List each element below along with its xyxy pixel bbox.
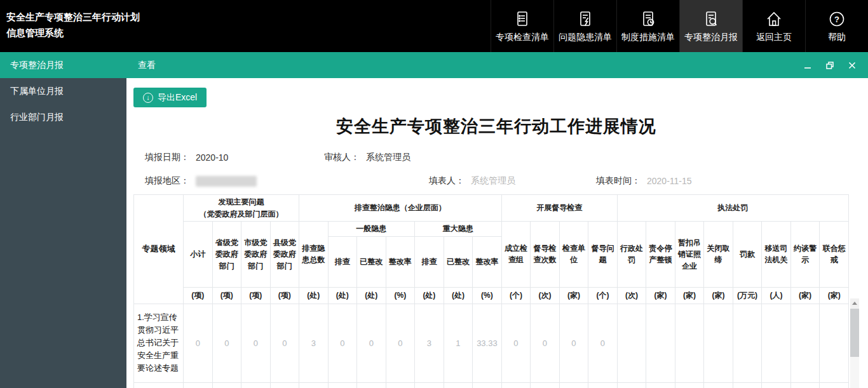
column-header: 执法处罚 <box>617 195 848 222</box>
nav-item-hazard-list[interactable]: 问题隐患清单 <box>553 0 616 52</box>
data-cell: 0 <box>531 304 560 382</box>
sidebar-item-label: 下属单位月报 <box>10 86 64 96</box>
nav-item-help[interactable]: ? 帮助 <box>805 0 868 52</box>
window-title-bar: 查看 <box>126 52 868 78</box>
data-cell <box>762 382 791 388</box>
data-cell <box>704 304 733 382</box>
column-header: 已整改 <box>357 236 386 287</box>
download-icon: ↓ <box>143 93 153 103</box>
data-cell: 0 <box>559 304 588 382</box>
unit-header: (处) <box>357 287 386 304</box>
meta-row-2: 填报地区： 填表人： 系统管理员 填表时间： 2020-11-15 <box>133 175 859 187</box>
svg-text:?: ? <box>834 14 839 23</box>
data-cell <box>704 382 733 388</box>
unit-header: (家) <box>559 287 588 304</box>
sidebar-item-industry-departments[interactable]: 行业部门月报 <box>0 104 126 130</box>
sidebar-item-label: 行业部门月报 <box>10 112 64 122</box>
column-header: 发现主要问题 （党委政府及部门层面） <box>184 195 299 222</box>
column-header: 已整改 <box>444 236 473 287</box>
column-header: 一般隐患 <box>328 222 415 237</box>
measure-doc-icon <box>639 10 658 29</box>
data-cell <box>241 382 271 388</box>
nav-label: 专项整治月报 <box>684 32 738 43</box>
data-cell <box>617 304 646 382</box>
nav-item-inspection-list[interactable]: 专项检查清单 <box>491 0 553 52</box>
column-header: 关闭取缔 <box>704 222 733 288</box>
data-cell <box>820 382 849 388</box>
data-cell <box>646 382 675 388</box>
column-header: 专题领域 <box>134 195 184 304</box>
nav-label: 帮助 <box>828 32 846 43</box>
fill-time-field: 填表时间： 2020-11-15 <box>596 175 692 187</box>
reviewer-field: 审核人： 系统管理员 <box>324 152 410 163</box>
fill-time-label: 填表时间： <box>596 175 641 187</box>
sidebar-item-subordinate-units[interactable]: 下属单位月报 <box>0 78 126 104</box>
column-header: 督导问题 <box>588 222 618 288</box>
unit-header: (家) <box>790 287 820 304</box>
unit-header: (项) <box>184 287 213 304</box>
unit-header: (次) <box>617 287 646 304</box>
home-icon <box>764 10 783 29</box>
unit-header: (处) <box>299 287 329 304</box>
data-cell <box>559 382 588 388</box>
column-header: 暂扣吊销证照企业 <box>675 222 704 288</box>
report-table-area: 专题领域发现主要问题 （党委政府及部门层面）排查整治隐患（企业层面）开展督导检查… <box>133 194 859 388</box>
unit-header: (家) <box>675 287 704 304</box>
fill-time-value: 2020-11-15 <box>647 176 692 186</box>
unit-header: (项) <box>241 287 271 304</box>
table-row: 1.学习宣传贯彻习近平总书记关于安全生产重要论述专题000030003133.3… <box>134 304 849 382</box>
report-panel: ↓ 导出Excel 安全生产专项整治三年行动工作进展情况 填报日期： 2020-… <box>126 78 868 388</box>
close-icon[interactable] <box>848 61 857 70</box>
data-cell <box>184 382 213 388</box>
column-header: 排查整治隐患（企业层面） <box>299 195 502 222</box>
report-title: 安全生产专项整治三年行动工作进展情况 <box>133 115 859 138</box>
main-area: 专项整治月报 下属单位月报 行业部门月报 查看 <box>0 52 868 388</box>
nav-item-monthly-report[interactable]: 专项整治月报 <box>679 0 742 52</box>
data-cell: 0 <box>241 304 271 382</box>
data-cell <box>646 304 675 382</box>
export-excel-button[interactable]: ↓ 导出Excel <box>133 88 207 107</box>
column-header: 排查 <box>415 236 444 287</box>
nav-item-home[interactable]: 返回主页 <box>742 0 805 52</box>
data-cell: 0 <box>328 304 357 382</box>
data-cell <box>473 382 502 388</box>
unit-header: (%) <box>386 287 415 304</box>
data-cell <box>386 382 415 388</box>
content-area: 查看 ↓ 导出Excel <box>126 52 868 388</box>
column-header: 行政处罚 <box>617 222 646 288</box>
filler-value: 系统管理员 <box>471 175 515 187</box>
region-label: 填报地区： <box>145 175 189 187</box>
unit-header: (项) <box>270 287 299 304</box>
scrollbar-thumb[interactable] <box>850 309 859 357</box>
window-controls <box>803 61 857 70</box>
region-value-redacted <box>196 176 257 187</box>
unit-header: (处) <box>415 287 444 304</box>
report-table-body: 1.学习宣传贯彻习近平总书记关于安全生产重要论述专题000030003133.3… <box>134 304 849 388</box>
data-cell <box>790 304 820 382</box>
top-bar: 安全生产专项整治三年行动计划 信息管理系统 专项检查清单 问题隐患清单 <box>0 0 868 52</box>
nav-item-measure-list[interactable]: 制度措施清单 <box>616 0 679 52</box>
region-field: 填报地区： <box>145 175 429 187</box>
data-cell: 3 <box>415 304 444 382</box>
data-cell <box>531 382 560 388</box>
data-cell <box>675 304 704 382</box>
scrollbar-up-arrow[interactable] <box>850 298 859 308</box>
data-cell <box>675 382 704 388</box>
top-nav: 专项检查清单 问题隐患清单 制度措施清单 <box>491 0 868 52</box>
column-header: 小计 <box>184 222 213 288</box>
column-header: 检查单位 <box>559 222 588 288</box>
window-title: 查看 <box>138 60 156 71</box>
sidebar-item-label: 专项整治月报 <box>10 60 64 70</box>
sidebar-item-monthly-report[interactable]: 专项整治月报 <box>0 52 126 78</box>
minimize-icon[interactable] <box>803 61 812 70</box>
data-cell <box>328 382 357 388</box>
restore-window-icon[interactable] <box>825 61 834 70</box>
column-header: 县级党委政府部门 <box>270 222 299 288</box>
data-cell <box>790 382 820 388</box>
column-header: 重大隐患 <box>415 222 502 237</box>
vertical-scrollbar[interactable] <box>850 298 859 388</box>
unit-header: (家) <box>704 287 733 304</box>
data-cell: 0 <box>184 304 213 382</box>
column-header: 移送司法机关 <box>762 222 791 288</box>
data-cell: 0 <box>270 304 299 382</box>
